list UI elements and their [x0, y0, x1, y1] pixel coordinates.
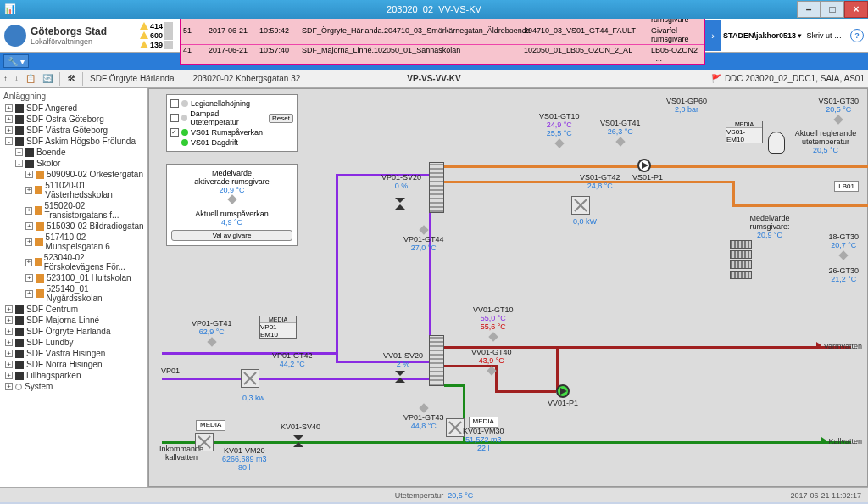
tree-item[interactable]: +SDF Örgryte Härlanda — [2, 326, 146, 337]
tree-item[interactable]: +SDF Östra Göteborg — [2, 114, 146, 125]
tree-item[interactable]: +525140_01 Nygårdsskolan — [2, 283, 146, 304]
nav-down-icon[interactable]: ↓ — [14, 74, 19, 83]
tree-item[interactable]: +SDF Norra Hisingen — [2, 359, 146, 370]
minimize-button[interactable]: – — [797, 1, 821, 18]
breadcrumb-1[interactable]: SDF Örgryte Härlanda — [90, 74, 174, 83]
expand-icon[interactable]: + — [5, 328, 13, 335]
heat-exchanger[interactable] — [429, 335, 444, 386]
expand-icon[interactable]: + — [25, 222, 33, 230]
heat-exchanger[interactable] — [429, 162, 444, 213]
valve[interactable] — [395, 371, 407, 383]
valve[interactable] — [395, 198, 407, 210]
cooler-icon[interactable] — [241, 369, 259, 388]
tree-item[interactable]: +Lillhagsparken — [2, 370, 146, 381]
tree-item[interactable]: +515030-02 Bildradiogatan — [2, 221, 146, 232]
expand-icon[interactable]: + — [5, 383, 13, 390]
tree-item[interactable]: +517410-02 Munspelsgatan 6 — [2, 232, 146, 252]
sensor-vv01-gt40[interactable]: VV01-GT4043,9 °C — [471, 349, 512, 377]
component-vs01-em10[interactable]: MEDIA VS01-EM10 — [726, 121, 763, 143]
copy-icon[interactable]: 📋 — [25, 74, 36, 83]
tree-item[interactable]: +515020-02 Transistorgatans f... — [2, 200, 146, 221]
sensor-vp01-gt44[interactable]: VP01-GT4427,0 °C — [403, 225, 444, 253]
expand-icon[interactable]: + — [25, 290, 33, 298]
alarm-next-button[interactable]: › — [705, 20, 721, 51]
expand-icon[interactable]: + — [5, 350, 13, 357]
sensor-kv01-vm30[interactable]: MEDIAKV01-VM3051,572 m322 l — [463, 417, 504, 452]
tree-item[interactable]: +523100_01 Hultskolan — [2, 272, 146, 283]
sensor-vs01-gt10[interactable]: VS01-GT1024,9 °C25,5 °C — [539, 113, 580, 149]
tree-item[interactable]: +511020-01 Västerhedsskolan — [2, 180, 146, 200]
sensor-vs01-gt30[interactable]: VS01-GT3020,5 °C — [818, 98, 859, 126]
sensor-18-gt30[interactable]: 18-GT3020,7 °C — [828, 233, 859, 261]
tree-item[interactable]: +SDF Lundby — [2, 337, 146, 348]
tree-item[interactable]: +Boende — [2, 147, 146, 158]
checkbox[interactable] — [170, 114, 179, 122]
expand-icon[interactable]: + — [5, 126, 13, 134]
tree-sidebar[interactable]: Anläggning +SDF Angered+SDF Östra Götebo… — [0, 88, 148, 487]
component-vp01-em10[interactable]: MEDIA VP01-EM10 — [259, 316, 297, 339]
sensor-vs01-gt41[interactable]: VS01-GT4126,3 °C — [600, 120, 641, 148]
expand-icon[interactable]: - — [15, 160, 23, 167]
alarm-row[interactable]: 412017-06-2110:57:40SDF_Majorna_Linné.10… — [181, 45, 704, 64]
sensor-vp01-gt43[interactable]: VP01-GT4344,8 °C — [403, 403, 444, 431]
expand-icon[interactable]: + — [25, 207, 32, 215]
tree-item[interactable]: +SDF Västra Göteborg — [2, 125, 146, 136]
tree-item[interactable]: +SDF Västra Hisingen — [2, 348, 146, 359]
select-sensor-button[interactable]: Val av givare — [171, 230, 292, 241]
alarm-row[interactable]: 512017-06-2110:59:42SDF_Örgryte_Härlanda… — [181, 25, 704, 45]
tree-item[interactable]: +SDF Angered — [2, 103, 146, 114]
tree-item[interactable]: +509090-02 Orkestergatan — [2, 169, 146, 180]
pump-vs01-p1[interactable] — [637, 159, 651, 172]
tree-item[interactable]: +SDF Majorna Linné — [2, 315, 146, 326]
expand-icon[interactable]: + — [5, 115, 13, 123]
expand-icon[interactable]: + — [25, 171, 33, 178]
tree-item[interactable]: +System — [2, 381, 146, 392]
tree-item[interactable]: -Skolor — [2, 158, 146, 169]
expand-icon[interactable]: + — [15, 148, 23, 156]
process-canvas[interactable]: Legionellahöjning Dampad UtetemperaturRe… — [148, 88, 868, 487]
expand-icon[interactable]: + — [5, 104, 13, 112]
tree-item[interactable]: -SDF Askim Högsbo Frölunda — [2, 136, 146, 147]
expand-icon[interactable]: + — [5, 305, 13, 313]
valve-kv01-sv40[interactable] — [293, 435, 305, 447]
cooler-icon[interactable] — [446, 418, 465, 437]
flag-icon[interactable]: 🚩 — [711, 74, 721, 83]
user-chip[interactable]: STADEN\jakhor0513 ▾ Skriv ut … — [723, 31, 842, 40]
sensor-vs01-gp60[interactable]: VS01-GP602,0 bar — [666, 98, 707, 115]
tree-item[interactable]: +SDF Centrum — [2, 304, 146, 315]
sensor-vp01-gt41[interactable]: VP01-GT4162,9 °C — [192, 320, 232, 348]
tools-menu-button[interactable]: 🔧 ▾ — [3, 54, 29, 68]
checkbox[interactable] — [170, 128, 179, 137]
sensor-kv01-vm20[interactable]: KV01-VM206266,689 m380 l — [222, 447, 267, 473]
expand-icon[interactable]: - — [5, 137, 13, 145]
tools-icon[interactable]: 🛠 — [67, 74, 75, 83]
sensor-26-gt30[interactable]: 26-GT3021,2 °C — [828, 267, 859, 284]
reset-button[interactable]: Reset — [269, 114, 293, 123]
lb01-button[interactable]: LB01 — [834, 181, 859, 192]
maximize-button[interactable]: □ — [821, 1, 844, 18]
sensor-vs01-gt42[interactable]: VS01-GT4224,8 °C — [580, 174, 620, 191]
sensor-vp01-gt42[interactable]: VP01-GT4244,2 °C — [272, 352, 313, 369]
expand-icon[interactable]: + — [5, 372, 13, 379]
expand-icon[interactable]: + — [25, 274, 33, 282]
expand-icon[interactable]: + — [5, 339, 13, 346]
breadcrumb-2[interactable]: 203020-02 Kobergsgatan 32 — [192, 74, 300, 83]
expand-icon[interactable]: + — [25, 259, 32, 266]
close-button[interactable]: × — [844, 1, 868, 18]
cooler-icon[interactable] — [571, 196, 590, 215]
sensor-vv01-sv20[interactable]: VV01-SV202 % — [383, 352, 423, 369]
expansion-vessel[interactable] — [768, 132, 785, 154]
ddc-label[interactable]: DDC 203020_02_DDC1, SAIA, AS01 — [725, 74, 865, 83]
sensor-vv01-gt10[interactable]: VV01-GT1055,0 °C55,6 °C — [473, 306, 514, 343]
refresh-icon[interactable]: 🔄 — [42, 74, 53, 83]
sensor-vp01-sv20[interactable]: VP01-SV200 % — [381, 174, 421, 191]
expand-icon[interactable]: + — [5, 316, 13, 324]
expand-icon[interactable]: + — [25, 238, 32, 246]
expand-icon[interactable]: + — [5, 361, 13, 368]
nav-up-icon[interactable]: ↑ — [3, 74, 8, 83]
checkbox[interactable] — [170, 99, 179, 108]
pump-vv01-p1[interactable] — [556, 384, 570, 398]
expand-icon[interactable]: + — [25, 187, 32, 194]
help-icon[interactable]: ? — [850, 29, 864, 42]
tree-item[interactable]: +523040-02 Förskolevägens För... — [2, 252, 146, 272]
